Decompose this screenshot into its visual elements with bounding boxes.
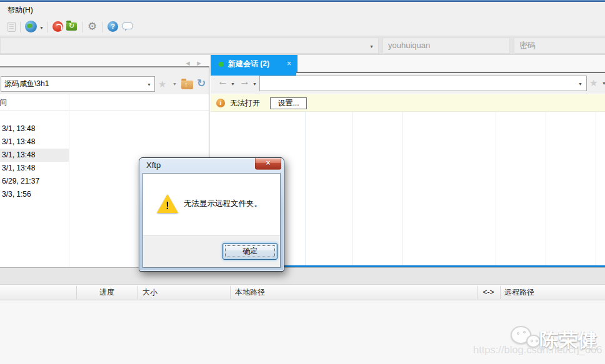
column-divider[interactable]	[69, 94, 69, 267]
status-splitter-band	[0, 267, 605, 284]
time-column-header[interactable]: 时间	[0, 94, 209, 111]
local-address-bar: 源码咸鱼\3h1 ▼ ★ ▼ ↻	[0, 67, 209, 94]
tab-close-icon[interactable]: ×	[287, 55, 291, 72]
back-icon[interactable]: ←	[218, 76, 228, 88]
ok-button[interactable]: 确定	[222, 243, 278, 260]
grid-column-line	[546, 112, 546, 265]
quick-connect-bar: ▼ youhuiquan 密码	[0, 36, 605, 55]
watermark-url: https://blog.csdn.net/crj_666	[473, 344, 602, 356]
host-combo[interactable]: ▼	[0, 37, 379, 54]
grid-column-line	[596, 112, 596, 265]
paste-icon[interactable]	[8, 22, 16, 32]
tab-new-session[interactable]: 新建会话 (2) ×	[211, 55, 298, 73]
file-row-time[interactable]: 3/1, 13:48	[0, 162, 69, 175]
toolbar-separator	[47, 22, 48, 32]
dialog-title: Xftp	[146, 160, 161, 170]
bookmark-star-icon[interactable]: ★	[158, 79, 166, 90]
time-column-label: 时间	[0, 94, 7, 111]
sync-folder-icon[interactable]	[66, 22, 77, 31]
column-size[interactable]: 大小	[142, 285, 158, 300]
xshell-swirl-icon[interactable]	[52, 21, 63, 32]
warning-text: 无法打开	[230, 94, 260, 112]
menu-bar: 帮助(H)	[0, 2, 605, 18]
menu-help[interactable]: 帮助(H)	[5, 2, 36, 18]
grid-column-line	[402, 112, 402, 265]
warning-bar: i 无法打开 设置...	[211, 94, 605, 112]
password-field[interactable]: 密码	[514, 37, 605, 54]
file-row-time-selected[interactable]: 3/1, 13:48	[0, 149, 69, 162]
grid-column-line	[305, 112, 306, 265]
settings-gear-icon[interactable]: ⚙	[88, 20, 97, 34]
forward-icon[interactable]: →	[239, 76, 250, 88]
pane-top-border	[296, 72, 605, 73]
remote-toolbar: ← ▼ → ▼ ▼ ★ ▼	[211, 73, 605, 94]
username-field[interactable]: youhuiquan	[382, 37, 510, 54]
host-dropdown-icon[interactable]: ▼	[369, 44, 374, 50]
dialog-body: ! 无法显示远程文件夹。 确定	[142, 173, 281, 268]
exclamation-mark: !	[165, 199, 170, 213]
tab-label: 新建会话 (2)	[228, 55, 269, 73]
transfer-queue-header: 进度 大小 本地路径 <-> 远程路径	[0, 284, 605, 300]
main-toolbar: ▼ ⚙ ?	[0, 18, 605, 36]
active-tab-indicator	[211, 72, 296, 76]
grid-column-line	[496, 112, 496, 265]
remote-bookmark-dropdown-icon[interactable]: ▼	[602, 81, 605, 87]
remote-path-dropdown-icon[interactable]: ▼	[578, 81, 582, 87]
grid-column-line	[352, 112, 352, 265]
remote-path-combo[interactable]	[259, 76, 587, 91]
dialog-close-button[interactable]: ×	[255, 158, 281, 170]
language-globe-icon[interactable]	[25, 21, 37, 32]
header-divider[interactable]	[500, 286, 501, 299]
column-swap[interactable]: <->	[477, 285, 500, 300]
file-row-time[interactable]: 3/3, 1:56	[0, 188, 69, 201]
feedback-bubble-icon[interactable]	[122, 22, 132, 29]
back-dropdown-icon[interactable]: ▼	[231, 81, 235, 87]
column-remote-path[interactable]: 远程路径	[504, 285, 534, 300]
file-row-time[interactable]: 3/1, 13:48	[0, 122, 69, 135]
remote-bookmark-star-icon[interactable]: ★	[589, 77, 598, 89]
file-row-time[interactable]: 6/29, 21:37	[0, 175, 69, 188]
local-path-combo[interactable]: 源码咸鱼\3h1	[1, 76, 155, 92]
settings-button[interactable]: 设置...	[270, 97, 307, 109]
help-icon[interactable]: ?	[108, 21, 118, 32]
connected-status-dot	[219, 62, 224, 67]
column-progress[interactable]: 进度	[76, 285, 138, 300]
toolbar-separator	[102, 22, 102, 32]
bookmark-dropdown-icon[interactable]: ▼	[172, 81, 177, 87]
dialog-message: 无法显示远程文件夹。	[184, 199, 262, 209]
info-icon: i	[216, 99, 225, 107]
up-directory-icon[interactable]	[181, 81, 193, 89]
toolbar-separator	[20, 22, 21, 32]
warning-triangle-icon: !	[157, 194, 178, 213]
globe-dropdown-icon[interactable]: ▼	[39, 25, 44, 31]
toolbar-separator	[82, 22, 82, 32]
refresh-icon[interactable]: ↻	[197, 77, 206, 90]
file-row-time[interactable]: 3/1, 13:48	[0, 135, 69, 149]
xftp-window: 帮助(H) ▼ ⚙ ? ▼ youhuiquan 密码 ◄ ► 新建会话 (2)…	[0, 0, 605, 364]
header-divider[interactable]	[138, 286, 138, 299]
forward-dropdown-icon[interactable]: ▼	[252, 81, 257, 87]
error-dialog: Xftp × ! 无法显示远程文件夹。 确定	[139, 157, 284, 272]
header-divider[interactable]	[230, 286, 231, 299]
local-path-dropdown-icon[interactable]: ▼	[147, 82, 151, 88]
column-local-path[interactable]: 本地路径	[235, 285, 265, 300]
